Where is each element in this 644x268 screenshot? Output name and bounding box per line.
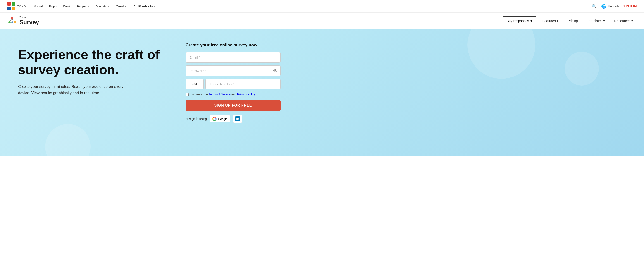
globe-icon: 🌐: [601, 4, 606, 9]
hero-section: Experience the craft of survey creation.…: [0, 29, 644, 156]
password-toggle-icon[interactable]: 👁: [273, 68, 278, 73]
svg-line-4: [10, 19, 12, 21]
email-input[interactable]: [186, 52, 280, 63]
pricing-button[interactable]: Pricing: [564, 16, 582, 25]
nav-link-desk[interactable]: Desk: [63, 4, 70, 8]
terms-of-service-link[interactable]: Terms of Service: [209, 92, 230, 96]
templates-button[interactable]: Templates ▾: [583, 16, 609, 25]
language-label: English: [608, 4, 619, 8]
top-navigation: ZOHO Social Bigin Desk Projects Analytic…: [0, 0, 644, 13]
logo-square-yellow: [12, 6, 16, 10]
all-products-chevron-icon: ▾: [154, 5, 155, 8]
features-label: Features: [542, 19, 556, 23]
buy-responses-button[interactable]: Buy responses ▾: [502, 16, 537, 25]
features-button[interactable]: Features ▾: [539, 16, 562, 25]
hero-subtitle: Create your survey in minutes. Reach you…: [18, 84, 136, 96]
resources-label: Resources: [614, 19, 630, 23]
nav-link-projects[interactable]: Projects: [77, 4, 89, 8]
google-signin-button[interactable]: Google: [210, 115, 230, 122]
signup-form-panel: Create your free online survey now. 👁 I …: [186, 42, 280, 123]
signup-form: 👁 I agree to the Terms of Service and Pr…: [186, 52, 280, 123]
search-icon: 🔍: [592, 4, 597, 8]
logo-square-green: [12, 2, 16, 6]
terms-text: I agree to the Terms of Service and Priv…: [190, 92, 256, 96]
linkedin-icon: in: [235, 116, 240, 121]
phone-code-input[interactable]: [186, 79, 204, 90]
terms-row: I agree to the Terms of Service and Priv…: [186, 92, 280, 96]
product-logo[interactable]: Zoho Survey: [7, 16, 39, 26]
features-chevron-icon: ▾: [557, 19, 558, 23]
templates-label: Templates: [587, 19, 602, 23]
top-nav-right: 🔍 🌐 English SIGN IN: [592, 4, 637, 9]
nav-link-bigin[interactable]: Bigin: [49, 4, 56, 8]
form-heading: Create your free online survey now.: [186, 42, 280, 48]
product-nav-links: Buy responses ▾ Features ▾ Pricing Templ…: [502, 16, 637, 25]
logo-square-red: [7, 2, 11, 6]
product-name-block: Zoho Survey: [20, 16, 39, 26]
resources-chevron-icon: ▾: [631, 19, 633, 23]
nav-link-analytics[interactable]: Analytics: [96, 4, 109, 8]
phone-field-row: [186, 79, 280, 90]
zoho-logo[interactable]: ZOHO: [7, 2, 26, 11]
templates-chevron-icon: ▾: [603, 19, 605, 23]
linkedin-signin-button[interactable]: in: [233, 115, 242, 123]
resources-button[interactable]: Resources ▾: [610, 16, 637, 25]
password-input[interactable]: [186, 66, 280, 76]
buy-responses-label: Buy responses: [507, 19, 529, 23]
nav-link-social[interactable]: Social: [34, 4, 43, 8]
zoho-prefix: Zoho: [20, 16, 39, 19]
all-products-button[interactable]: All Products ▾: [133, 4, 155, 8]
hero-content: Experience the craft of survey creation.…: [18, 42, 172, 96]
signin-button[interactable]: SIGN IN: [624, 4, 637, 8]
svg-point-0: [11, 17, 13, 19]
hero-title: Experience the craft of survey creation.: [18, 47, 172, 77]
nav-link-creator[interactable]: Creator: [116, 4, 127, 8]
phone-number-input[interactable]: [206, 79, 280, 90]
password-field-wrapper: 👁: [186, 66, 280, 76]
zoho-wordmark: ZOHO: [17, 5, 26, 8]
terms-checkbox[interactable]: [186, 93, 189, 96]
social-signin-row: or sign in using Google in: [186, 115, 280, 123]
google-icon: [212, 117, 216, 121]
survey-logo-icon: [7, 16, 17, 26]
svg-line-5: [12, 19, 15, 21]
google-label: Google: [218, 117, 228, 121]
signup-button[interactable]: SIGN UP FOR FREE: [186, 100, 280, 111]
all-products-label: All Products: [133, 4, 153, 8]
logo-square-blue: [7, 6, 11, 10]
search-button[interactable]: 🔍: [592, 4, 597, 9]
language-selector[interactable]: 🌐 English: [601, 4, 619, 9]
top-nav-links: Social Bigin Desk Projects Analytics Cre…: [34, 4, 592, 8]
buy-responses-chevron-icon: ▾: [530, 19, 532, 23]
product-navigation: Zoho Survey Buy responses ▾ Features ▾ P…: [0, 13, 644, 29]
or-signin-label: or sign in using: [186, 117, 207, 121]
pricing-label: Pricing: [568, 19, 578, 23]
privacy-policy-link[interactable]: Privacy Policy: [237, 92, 255, 96]
survey-name: Survey: [20, 19, 39, 26]
